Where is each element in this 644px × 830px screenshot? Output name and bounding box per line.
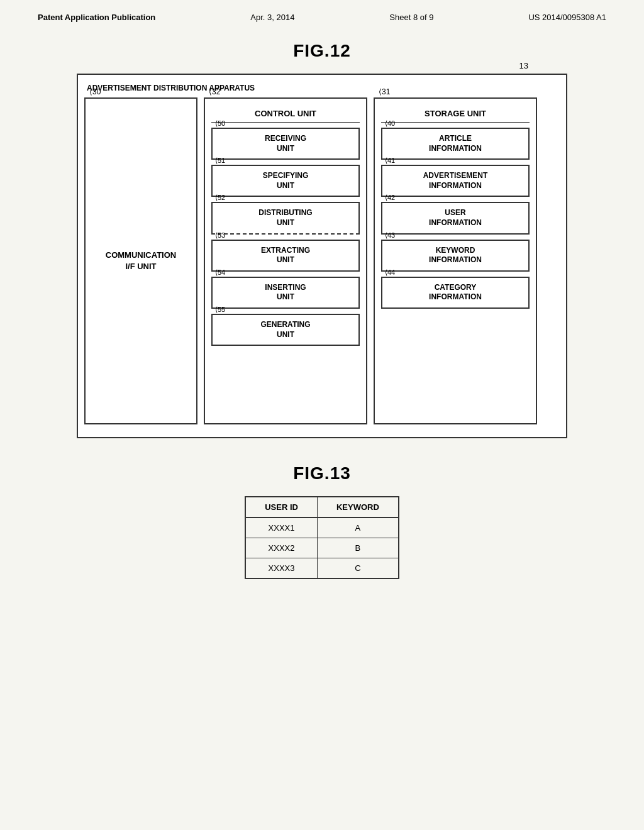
unit-label: KEYWORDINFORMATION: [385, 246, 526, 265]
table-cell: A: [317, 517, 398, 538]
table-cell: XXXX3: [245, 558, 317, 579]
table-cell: B: [317, 538, 398, 558]
comm-label: COMMUNICATION I/F UNIT: [106, 250, 176, 272]
fig12-diagram: 13 ADVERTISEMENT DISTRIBUTION APPARATUS …: [77, 74, 567, 438]
fig13-title: FIG.13: [38, 463, 606, 484]
storage-ref: ⟨31: [379, 87, 390, 96]
unit-label: GENERATINGUNIT: [215, 320, 356, 340]
unit-label: DISTRIBUTINGUNIT: [215, 208, 356, 228]
comm-ref: ⟨30: [89, 87, 101, 96]
unit-label: ADVERTISEMENTINFORMATION: [385, 171, 526, 191]
middle-unit-box: ⟨55GENERATINGUNIT: [211, 314, 360, 346]
right-unit-box: ⟨41ADVERTISEMENTINFORMATION: [381, 165, 530, 197]
unit-ref: ⟨42: [385, 193, 395, 202]
middle-unit-box: ⟨51SPECIFYINGUNIT: [211, 165, 360, 197]
unit-ref: ⟨54: [215, 268, 225, 277]
middle-unit-box: ⟨52DISTRIBUTINGUNIT: [211, 202, 360, 234]
unit-ref: ⟨44: [385, 268, 395, 277]
storage-unit-column: ⟨31 STORAGE UNIT ⟨40ARTICLEINFORMATION⟨4…: [374, 97, 537, 424]
unit-label: EXTRACTINGUNIT: [215, 246, 356, 265]
middle-unit-box: ⟨50RECEIVINGUNIT: [211, 128, 360, 160]
control-unit-column: ⟨32 CONTROL UNIT ⟨50RECEIVINGUNIT⟨51SPEC…: [204, 97, 367, 424]
unit-ref: ⟨43: [385, 231, 395, 240]
storage-unit-header: STORAGE UNIT: [381, 105, 530, 123]
table-row: XXXX2B: [245, 538, 399, 558]
right-unit-box: ⟨43KEYWORDINFORMATION: [381, 240, 530, 272]
table-header: USER ID: [245, 497, 317, 517]
right-units-container: ⟨40ARTICLEINFORMATION⟨41ADVERTISEMENTINF…: [381, 128, 530, 309]
fig12-title: FIG.12: [38, 41, 606, 61]
unit-label: INSERTINGUNIT: [215, 283, 356, 302]
header-patent: US 2014/0095308 A1: [528, 13, 606, 22]
unit-label: RECEIVINGUNIT: [215, 134, 356, 153]
unit-ref: ⟨51: [215, 156, 225, 165]
unit-label: USERINFORMATION: [385, 208, 526, 228]
unit-ref: ⟨52: [215, 193, 225, 202]
communication-unit-box: ⟨30 COMMUNICATION I/F UNIT: [84, 97, 197, 424]
right-unit-box: ⟨42USERINFORMATION: [381, 202, 530, 234]
header-title: Patent Application Publication: [38, 13, 155, 22]
header-sheet: Sheet 8 of 9: [389, 13, 433, 22]
unit-label: SPECIFYINGUNIT: [215, 171, 356, 191]
control-unit-header: CONTROL UNIT: [211, 105, 360, 123]
apparatus-label: ADVERTISEMENT DISTRIBUTION APPARATUS: [84, 81, 560, 97]
fig13-table-wrapper: USER IDKEYWORD XXXX1AXXXX2BXXXX3C: [38, 496, 606, 579]
middle-unit-box: ⟨53EXTRACTINGUNIT: [211, 240, 360, 272]
control-ref: ⟨32: [209, 87, 220, 96]
right-unit-box: ⟨44CATEGORYINFORMATION: [381, 277, 530, 309]
right-unit-box: ⟨40ARTICLEINFORMATION: [381, 128, 530, 160]
table-row: XXXX1A: [245, 517, 399, 538]
unit-label: ARTICLEINFORMATION: [385, 134, 526, 153]
table-cell: C: [317, 558, 398, 579]
fig13-table: USER IDKEYWORD XXXX1AXXXX2BXXXX3C: [245, 496, 399, 579]
unit-ref: ⟨55: [215, 305, 225, 314]
middle-unit-box: ⟨54INSERTINGUNIT: [211, 277, 360, 309]
unit-ref: ⟨53: [215, 231, 225, 240]
table-cell: XXXX1: [245, 517, 317, 538]
table-row: XXXX3C: [245, 558, 399, 579]
apparatus-ref: 13: [519, 61, 528, 70]
table-header: KEYWORD: [317, 497, 398, 517]
unit-ref: ⟨41: [385, 156, 395, 165]
table-cell: XXXX2: [245, 538, 317, 558]
diagram-columns: ⟨30 COMMUNICATION I/F UNIT ⟨32 CONTROL U…: [84, 97, 560, 424]
unit-label: CATEGORYINFORMATION: [385, 283, 526, 302]
header-date: Apr. 3, 2014: [250, 13, 294, 22]
middle-units-container: ⟨50RECEIVINGUNIT⟨51SPECIFYINGUNIT⟨52DIST…: [211, 128, 360, 346]
unit-ref: ⟨40: [385, 119, 395, 128]
page-header: Patent Application Publication Apr. 3, 2…: [38, 13, 606, 22]
unit-ref: ⟨50: [215, 119, 225, 128]
